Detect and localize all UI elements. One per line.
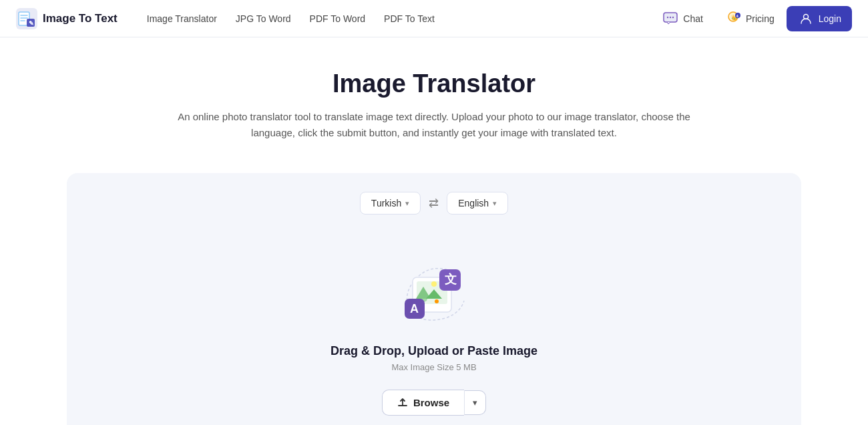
pricing-icon: 👑 4 — [724, 10, 742, 27]
main-nav: Image Translator JPG To Word PDF To Word… — [139, 9, 653, 28]
target-lang-chevron-icon: ▾ — [493, 199, 497, 208]
browse-row: Browse ▾ — [382, 390, 486, 416]
source-lang-chevron-icon: ▾ — [405, 199, 409, 208]
source-language-button[interactable]: Turkish ▾ — [360, 192, 421, 215]
target-language-label: English — [458, 198, 489, 208]
browse-button[interactable]: Browse — [382, 390, 464, 416]
header-actions: Chat 👑 4 Pricing Login — [652, 6, 852, 31]
logo-icon: ✎ — [16, 8, 37, 29]
page-title: Image Translator — [13, 69, 855, 98]
svg-point-10 — [672, 16, 674, 17]
logo[interactable]: ✎ Image To Text — [16, 8, 118, 29]
svg-point-21 — [431, 281, 437, 287]
svg-point-22 — [435, 299, 439, 303]
target-language-button[interactable]: English ▾ — [447, 192, 508, 215]
pricing-button[interactable]: 👑 4 Pricing — [715, 6, 784, 31]
upload-card: Turkish ▾ ⇄ English ▾ — [67, 173, 801, 425]
nav-image-translator[interactable]: Image Translator — [139, 9, 225, 28]
svg-text:A: A — [410, 302, 419, 315]
hero-section: Image Translator An online photo transla… — [0, 37, 868, 157]
login-icon — [797, 10, 815, 27]
drop-title: Drag & Drop, Upload or Paste Image — [331, 344, 537, 358]
language-selector: Turkish ▾ ⇄ English ▾ — [88, 192, 780, 215]
svg-text:✎: ✎ — [29, 20, 34, 27]
swap-languages-icon[interactable]: ⇄ — [429, 196, 439, 210]
logo-text: Image To Text — [43, 12, 118, 25]
chat-button[interactable]: Chat — [652, 6, 712, 31]
svg-point-8 — [667, 16, 668, 17]
chevron-down-icon: ▾ — [473, 398, 477, 408]
chat-icon — [662, 10, 679, 27]
drop-zone[interactable]: 文 A Drag & Drop, Upload or Paste Image M… — [88, 236, 780, 425]
source-language-label: Turkish — [371, 198, 401, 208]
login-button[interactable]: Login — [787, 6, 852, 31]
nav-pdf-to-text[interactable]: PDF To Text — [376, 9, 443, 28]
nav-jpg-to-word[interactable]: JPG To Word — [228, 9, 299, 28]
browse-dropdown-button[interactable]: ▾ — [464, 390, 486, 415]
hero-description: An online photo translator tool to trans… — [160, 109, 708, 141]
svg-text:文: 文 — [445, 273, 457, 286]
drop-subtitle: Max Image Size 5 MB — [391, 362, 476, 372]
svg-point-9 — [670, 16, 671, 17]
upload-icon — [397, 398, 408, 408]
upload-illustration: 文 A — [394, 257, 474, 331]
nav-pdf-to-word[interactable]: PDF To Word — [302, 9, 374, 28]
